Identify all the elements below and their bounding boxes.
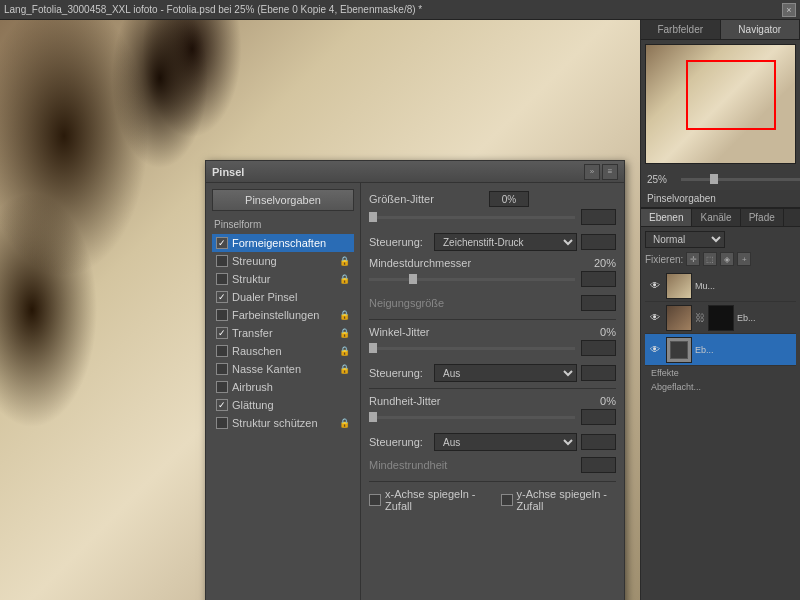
sidebar-item-dualer-pinsel[interactable]: ✓ Dualer Pinsel	[212, 288, 354, 306]
steuerung1-label: Steuerung:	[369, 236, 434, 248]
layer-eye-3[interactable]: 👁	[647, 342, 663, 358]
y-achse-label: y-Achse spiegeln - Zufall	[517, 488, 617, 512]
groessen-jitter-box	[581, 209, 616, 225]
transfer-label: Transfer	[232, 327, 273, 339]
sidebar-item-airbrush[interactable]: Airbrush	[212, 378, 354, 396]
sidebar-item-transfer[interactable]: ✓ Transfer 🔒	[212, 324, 354, 342]
layer-row-3[interactable]: 👁 Eb...	[645, 334, 796, 366]
dualer-pinsel-label: Dualer Pinsel	[232, 291, 297, 303]
pinselvorgaben-row: Pinselvorgaben	[641, 190, 800, 208]
formeigenschaften-label: Formeigenschaften	[232, 237, 326, 249]
lock-struktur: 🔒	[339, 274, 350, 284]
fix-transparency-icon[interactable]: ◈	[720, 252, 734, 266]
groessen-jitter-slider[interactable]	[369, 216, 575, 219]
layer-name-2: Eb...	[737, 313, 794, 323]
sidebar-item-nasse-kanten[interactable]: Nasse Kanten 🔒	[212, 360, 354, 378]
checkbox-struktur-schuetzen[interactable]	[216, 417, 228, 429]
close-button[interactable]: ×	[782, 3, 796, 17]
pinsel-menu-icon[interactable]: »	[584, 164, 600, 180]
checkbox-nasse-kanten[interactable]	[216, 363, 228, 375]
navigator-viewport-rect	[686, 60, 776, 130]
mindestdurchmesser-slider[interactable]	[369, 278, 575, 281]
layer-name-1: Mu...	[695, 281, 794, 291]
checkbox-y-achse[interactable]	[501, 494, 513, 506]
tab-navigator[interactable]: Navigator	[721, 20, 801, 39]
pinsel-title: Pinsel	[212, 166, 244, 178]
lock-transfer: 🔒	[339, 328, 350, 338]
pinsel-titlebar: Pinsel » ≡	[206, 161, 624, 183]
navigator-preview	[645, 44, 796, 164]
effekte-row: Effekte	[645, 366, 796, 380]
groessen-jitter-input[interactable]	[489, 191, 529, 207]
checkbox-formeigenschaften[interactable]: ✓	[216, 237, 228, 249]
steuerung1-dropdown[interactable]: Zeichenstift-Druck Aus Ein	[434, 233, 577, 251]
mindestdurchmesser-value: 20%	[581, 257, 616, 269]
steuerung3-dropdown[interactable]: Aus Ein Zeichenstift-Druck	[434, 433, 577, 451]
lock-nasse-kanten: 🔒	[339, 364, 350, 374]
title-bar: Lang_Fotolia_3000458_XXL iofoto - Fotoli…	[0, 0, 800, 20]
winkel-jitter-value: 0%	[581, 326, 616, 338]
zoom-slider[interactable]	[681, 178, 800, 181]
checkbox-farbeinstellungen[interactable]	[216, 309, 228, 321]
airbrush-label: Airbrush	[232, 381, 273, 393]
winkel-jitter-label: Winkel-Jitter	[369, 326, 489, 338]
streuung-label: Streuung	[232, 255, 277, 267]
sidebar-item-rauschen[interactable]: Rauschen 🔒	[212, 342, 354, 360]
mindestrundheit-box	[581, 457, 616, 473]
pinsel-close-icon[interactable]: ≡	[602, 164, 618, 180]
checkbox-glaettung[interactable]: ✓	[216, 399, 228, 411]
checkbox-streuung[interactable]	[216, 255, 228, 267]
checkbox-transfer[interactable]: ✓	[216, 327, 228, 339]
lock-farbeinstellungen: 🔒	[339, 310, 350, 320]
pinselvorgaben-button[interactable]: Pinselvorgaben	[212, 189, 354, 211]
fix-brush-icon[interactable]: ⬚	[703, 252, 717, 266]
tab-kanaele[interactable]: Kanäle	[692, 209, 740, 226]
steuerung3-label: Steuerung:	[369, 436, 434, 448]
farbeinstellungen-label: Farbeinstellungen	[232, 309, 319, 321]
steuerung2-dropdown[interactable]: Aus Ein Zeichenstift-Druck	[434, 364, 577, 382]
neigungsgroesse-label: Neigungsgröße	[369, 297, 489, 309]
sidebar-item-glaettung[interactable]: ✓ Glättung	[212, 396, 354, 414]
nasse-kanten-label: Nasse Kanten	[232, 363, 301, 375]
steuerung2-value-box	[581, 365, 616, 381]
sidebar-item-farbeinstellungen[interactable]: Farbeinstellungen 🔒	[212, 306, 354, 324]
layer-eye-2[interactable]: 👁	[647, 310, 663, 326]
fix-position-icon[interactable]: ✛	[686, 252, 700, 266]
layer-row-2[interactable]: 👁 ⛓ Eb...	[645, 302, 796, 334]
canvas-area: Pinsel » ≡ Pinselvorgaben Pinselform ✓ F…	[0, 20, 640, 600]
steuerung2-label: Steuerung:	[369, 367, 434, 379]
layer-name-3: Eb...	[695, 345, 794, 355]
pinsel-left-panel: Pinselvorgaben Pinselform ✓ Formeigensch…	[206, 183, 361, 600]
steuerung1-value-box	[581, 234, 616, 250]
rundheit-jitter-slider[interactable]	[369, 416, 575, 419]
checkbox-x-achse[interactable]	[369, 494, 381, 506]
tab-pfade[interactable]: Pfade	[741, 209, 784, 226]
neigungsgroesse-box	[581, 295, 616, 311]
blend-mode-dropdown[interactable]: Normal Multiplizieren Überlagern	[645, 231, 725, 248]
tab-farbfelder[interactable]: Farbfelder	[641, 20, 721, 39]
groessen-jitter-label: Größen-Jitter	[369, 193, 489, 205]
sidebar-item-streuung[interactable]: Streuung 🔒	[212, 252, 354, 270]
zoom-value: 25%	[647, 174, 677, 185]
layer-eye-1[interactable]: 👁	[647, 278, 663, 294]
tab-ebenen[interactable]: Ebenen	[641, 209, 692, 226]
mindestrundheit-label: Mindestrundheit	[369, 459, 489, 471]
checkbox-dualer-pinsel[interactable]: ✓	[216, 291, 228, 303]
checkbox-struktur[interactable]	[216, 273, 228, 285]
winkel-jitter-slider[interactable]	[369, 347, 575, 350]
checkbox-airbrush[interactable]	[216, 381, 228, 393]
right-sidebar: Farbfelder Navigator 25% ▶ Pinselvorgabe…	[640, 20, 800, 600]
layer-mask-thumb-2	[708, 305, 734, 331]
sidebar-item-struktur[interactable]: Struktur 🔒	[212, 270, 354, 288]
x-achse-label: x-Achse spiegeln - Zufall	[385, 488, 485, 512]
fix-label: Fixieren:	[645, 254, 683, 265]
lock-streuung: 🔒	[339, 256, 350, 266]
rundheit-jitter-box	[581, 409, 616, 425]
layer-row-1[interactable]: 👁 Mu...	[645, 270, 796, 302]
sidebar-item-formeigenschaften[interactable]: ✓ Formeigenschaften	[212, 234, 354, 252]
fix-all-icon[interactable]: +	[737, 252, 751, 266]
layer-thumb-3	[666, 337, 692, 363]
window-title: Lang_Fotolia_3000458_XXL iofoto - Fotoli…	[4, 4, 782, 15]
sidebar-item-struktur-schuetzen[interactable]: Struktur schützen 🔒	[212, 414, 354, 432]
checkbox-rauschen[interactable]	[216, 345, 228, 357]
